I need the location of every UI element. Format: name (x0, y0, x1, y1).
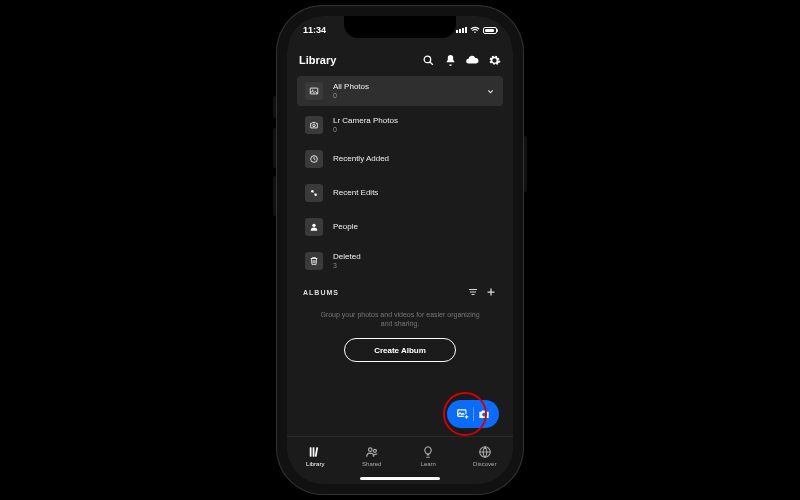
create-album-button[interactable]: Create Album (344, 338, 456, 362)
row-recent-edits[interactable]: Recent Edits (297, 178, 503, 208)
tab-learn[interactable]: Learn (400, 437, 457, 474)
svg-point-9 (312, 224, 315, 227)
albums-hint: Group your photos and videos for easier … (287, 302, 513, 338)
clock-icon (305, 150, 323, 168)
albums-section-header: ALBUMS (287, 280, 513, 302)
row-title: Recent Edits (333, 189, 495, 198)
side-button (273, 96, 276, 118)
row-recently-added[interactable]: Recently Added (297, 144, 503, 174)
svg-rect-22 (310, 447, 312, 456)
sort-icon[interactable] (467, 286, 479, 298)
row-count: 3 (333, 262, 495, 270)
notch (344, 16, 456, 38)
tab-label: Shared (362, 461, 381, 467)
learn-icon (421, 445, 435, 459)
svg-point-6 (311, 190, 314, 193)
svg-line-8 (314, 193, 315, 194)
svg-point-4 (313, 124, 316, 127)
side-button (273, 128, 276, 168)
person-icon (305, 218, 323, 236)
bell-icon[interactable] (443, 53, 457, 67)
row-people[interactable]: People (297, 212, 503, 242)
row-count: 0 (333, 92, 476, 100)
side-button (273, 176, 276, 216)
svg-rect-23 (313, 447, 315, 456)
discover-icon (478, 445, 492, 459)
svg-point-21 (482, 413, 486, 417)
plus-icon[interactable] (485, 286, 497, 298)
row-count: 0 (333, 126, 495, 134)
row-deleted[interactable]: Deleted 3 (297, 246, 503, 276)
import-image-icon (456, 407, 470, 421)
svg-point-0 (424, 56, 431, 63)
tab-shared[interactable]: Shared (344, 437, 401, 474)
tab-discover[interactable]: Discover (457, 437, 514, 474)
wifi-icon (470, 26, 480, 34)
row-all-photos[interactable]: All Photos 0 (297, 76, 503, 106)
trash-icon (305, 252, 323, 270)
chevron-down-icon (486, 87, 495, 96)
row-title: People (333, 223, 495, 232)
svg-point-25 (368, 447, 372, 451)
row-title: All Photos (333, 83, 476, 92)
edits-icon (305, 184, 323, 202)
status-indicators (456, 26, 497, 34)
home-indicator[interactable] (360, 477, 440, 480)
tab-label: Library (306, 461, 324, 467)
image-icon (305, 82, 323, 100)
row-title: Lr Camera Photos (333, 117, 495, 126)
row-title: Deleted (333, 253, 495, 262)
svg-point-7 (314, 193, 317, 196)
row-lr-camera[interactable]: Lr Camera Photos 0 (297, 110, 503, 140)
camera-icon (305, 116, 323, 134)
add-photos-fab[interactable] (447, 400, 499, 428)
albums-title: ALBUMS (303, 289, 461, 296)
svg-line-1 (429, 61, 432, 64)
tab-label: Learn (421, 461, 436, 467)
tab-label: Discover (473, 461, 496, 467)
svg-point-26 (373, 449, 376, 452)
battery-icon (483, 27, 497, 34)
page-title: Library (299, 54, 413, 66)
status-time: 11:34 (303, 25, 326, 35)
shared-icon (365, 445, 379, 459)
gear-icon[interactable] (487, 53, 501, 67)
collections-list: All Photos 0 Lr Camera Photos 0 (287, 76, 513, 276)
row-title: Recently Added (333, 155, 495, 164)
cloud-icon[interactable] (465, 53, 479, 67)
library-icon (308, 445, 322, 459)
tab-library[interactable]: Library (287, 437, 344, 474)
app-header: Library (287, 44, 513, 76)
search-icon[interactable] (421, 53, 435, 67)
divider (473, 407, 474, 421)
capture-camera-icon (477, 407, 491, 421)
signal-icon (456, 27, 467, 33)
phone-frame: 11:34 Library (287, 16, 513, 484)
screen: 11:34 Library (287, 16, 513, 484)
side-button (524, 136, 527, 192)
svg-rect-24 (315, 447, 318, 456)
